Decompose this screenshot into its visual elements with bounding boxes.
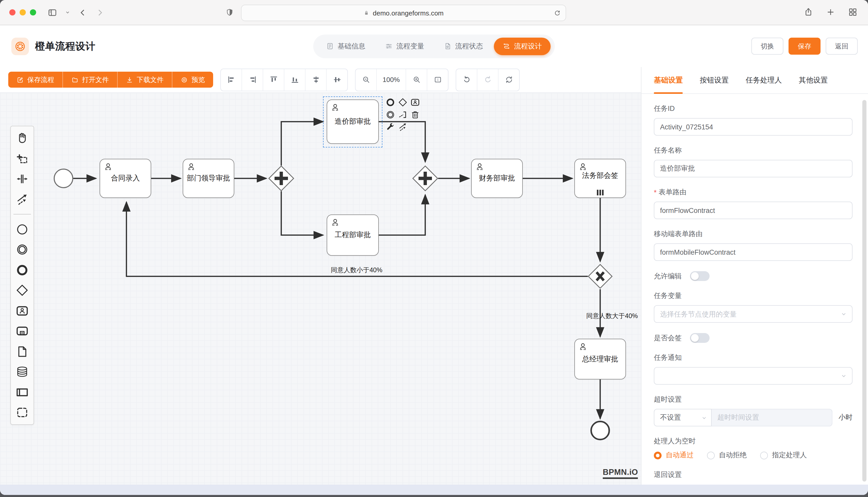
task-engineering-approval[interactable]: 工程部审批 bbox=[327, 214, 379, 256]
task-contract-entry[interactable]: 合同录入 bbox=[100, 159, 151, 198]
tab-other-settings[interactable]: 其他设置 bbox=[799, 67, 828, 93]
sidebar-icon[interactable] bbox=[47, 8, 57, 17]
end-event[interactable] bbox=[590, 421, 610, 440]
task-label: 合同录入 bbox=[111, 174, 140, 183]
mobile-form-route-input[interactable] bbox=[654, 243, 853, 261]
create-intermediate-event[interactable] bbox=[15, 243, 29, 256]
parallel-gateway-split[interactable] bbox=[268, 165, 295, 192]
timeout-value-input[interactable]: 超时时间设置 bbox=[712, 409, 832, 426]
zoom-in-icon bbox=[412, 75, 421, 84]
tab-basic-settings[interactable]: 基础设置 bbox=[654, 67, 683, 93]
chevron-down-icon[interactable] bbox=[65, 9, 71, 15]
bpmn-canvas[interactable]: 同意人数小于40% 同意人数大于40% 合同录入 部门领导审批 bbox=[0, 93, 641, 485]
app-header: 橙单流程设计 基础信息流程变量流程状态流程设计 切换 保存 返回 bbox=[0, 25, 868, 68]
create-data-object[interactable] bbox=[15, 345, 29, 358]
create-pool[interactable] bbox=[15, 385, 29, 399]
pad-connect--connect-tool-icon[interactable] bbox=[398, 122, 408, 132]
countersign-toggle[interactable] bbox=[690, 333, 709, 343]
download-file-button[interactable]: 下载文件 bbox=[118, 72, 173, 88]
radio-assign-handler[interactable]: 指定处理人 bbox=[760, 451, 807, 460]
create-data-store[interactable] bbox=[15, 365, 29, 379]
pad-delete--trash-icon[interactable] bbox=[410, 110, 420, 119]
save-button[interactable]: 保存 bbox=[788, 38, 821, 55]
parallel-gateway-join[interactable] bbox=[412, 165, 439, 192]
content-blocker-shield-icon[interactable] bbox=[225, 8, 234, 17]
align-center-v-button[interactable] bbox=[327, 69, 347, 90]
field-label: 允许编辑 bbox=[654, 271, 682, 281]
new-tab-icon[interactable] bbox=[826, 7, 836, 17]
create-end-event[interactable] bbox=[15, 263, 29, 276]
open-file-button[interactable]: 打开文件 bbox=[63, 72, 118, 88]
radio-auto-reject[interactable]: 自动拒绝 bbox=[707, 451, 747, 460]
start-event[interactable] bbox=[54, 169, 73, 188]
create-user-task[interactable] bbox=[15, 304, 29, 317]
edge-label-lt40[interactable]: 同意人数小于40% bbox=[331, 266, 382, 273]
save-flow-button[interactable]: 保存流程 bbox=[8, 72, 63, 88]
tab-button-settings[interactable]: 按钮设置 bbox=[700, 67, 729, 93]
switch-button[interactable]: 切换 bbox=[752, 38, 783, 55]
share-icon[interactable] bbox=[803, 7, 813, 17]
close-window-button[interactable] bbox=[9, 9, 15, 15]
form-route-input[interactable] bbox=[654, 202, 853, 219]
pad-append-annotation--annotation-icon[interactable] bbox=[398, 110, 408, 119]
align-center-h-button[interactable] bbox=[305, 69, 327, 90]
zoom-fit-button[interactable] bbox=[427, 69, 448, 90]
pad-append-intermediate-event--intermediate-event-icon[interactable] bbox=[385, 110, 395, 119]
task-id-input[interactable] bbox=[654, 118, 853, 136]
reset-button[interactable] bbox=[498, 69, 519, 90]
zoom-window-button[interactable] bbox=[30, 9, 36, 15]
field-label: 表单路由 bbox=[659, 188, 687, 197]
space-tool[interactable] bbox=[15, 172, 29, 186]
nav-flow-status[interactable]: 流程状态 bbox=[435, 38, 492, 55]
task-finance-approval[interactable]: 财务部审批 bbox=[471, 159, 523, 198]
align-right-button[interactable] bbox=[242, 69, 263, 90]
connect-tool[interactable] bbox=[15, 193, 29, 206]
tab-overview-icon[interactable] bbox=[848, 7, 858, 17]
user-icon bbox=[330, 217, 340, 227]
reload-icon[interactable] bbox=[554, 9, 561, 16]
create-subprocess[interactable] bbox=[15, 324, 29, 338]
preview-button[interactable]: 预览 bbox=[173, 72, 213, 88]
radio-auto-approve[interactable]: 自动通过 bbox=[654, 451, 693, 460]
task-name-input[interactable] bbox=[654, 160, 853, 178]
zoom-level[interactable]: 100% bbox=[377, 69, 406, 90]
pad-change-type--wrench-icon[interactable] bbox=[385, 122, 395, 132]
bpmn-io-logo[interactable]: BPMN.iO bbox=[603, 468, 638, 479]
nav-flow-design[interactable]: 流程设计 bbox=[494, 38, 551, 55]
create-gateway[interactable] bbox=[15, 284, 29, 297]
tab-task-assignee[interactable]: 任务处理人 bbox=[746, 67, 782, 93]
forward-icon[interactable] bbox=[95, 8, 105, 17]
timeout-mode-select[interactable]: 不设置 bbox=[654, 409, 712, 426]
create-start-event[interactable] bbox=[15, 223, 29, 236]
zoom-in-button[interactable] bbox=[406, 69, 427, 90]
back-button[interactable]: 返回 bbox=[826, 38, 858, 55]
align-top-button[interactable] bbox=[263, 69, 284, 90]
nav-basic-info[interactable]: 基础信息 bbox=[317, 38, 374, 55]
lasso-tool[interactable] bbox=[15, 152, 29, 165]
hand-tool[interactable] bbox=[15, 131, 29, 145]
back-icon[interactable] bbox=[78, 8, 88, 17]
task-notify-select[interactable] bbox=[654, 367, 853, 385]
task-legal-countersign[interactable]: 法务部会签 bbox=[574, 159, 626, 198]
align-bottom-button[interactable] bbox=[284, 69, 305, 90]
edge-label-gt40[interactable]: 同意人数大于40% bbox=[586, 312, 638, 320]
zoom-out-button[interactable] bbox=[356, 69, 377, 90]
task-gm-approval[interactable]: 总经理审批 bbox=[574, 339, 626, 380]
create-group[interactable] bbox=[15, 406, 29, 419]
exclusive-gateway[interactable] bbox=[587, 264, 613, 289]
window-controls[interactable] bbox=[9, 9, 36, 15]
pad-append-end-event--end-event-icon[interactable] bbox=[385, 97, 395, 107]
panel-scrollbar[interactable] bbox=[862, 100, 866, 482]
task-variable-select[interactable] bbox=[654, 305, 853, 323]
nav-flow-variables[interactable]: 流程变量 bbox=[376, 38, 433, 55]
address-bar[interactable]: demo.orangeforms.com bbox=[241, 5, 566, 21]
undo-button[interactable] bbox=[456, 69, 477, 90]
task-label: 总经理审批 bbox=[582, 354, 618, 364]
pad-append-task--user-task-icon[interactable] bbox=[410, 97, 420, 107]
redo-button[interactable] bbox=[477, 69, 498, 90]
task-dept-leader-approval[interactable]: 部门领导审批 bbox=[183, 159, 234, 198]
pad-append-gateway--gateway-icon[interactable] bbox=[398, 97, 408, 107]
allow-edit-toggle[interactable] bbox=[690, 271, 709, 281]
minimize-window-button[interactable] bbox=[19, 9, 26, 15]
align-left-button[interactable] bbox=[221, 69, 242, 90]
